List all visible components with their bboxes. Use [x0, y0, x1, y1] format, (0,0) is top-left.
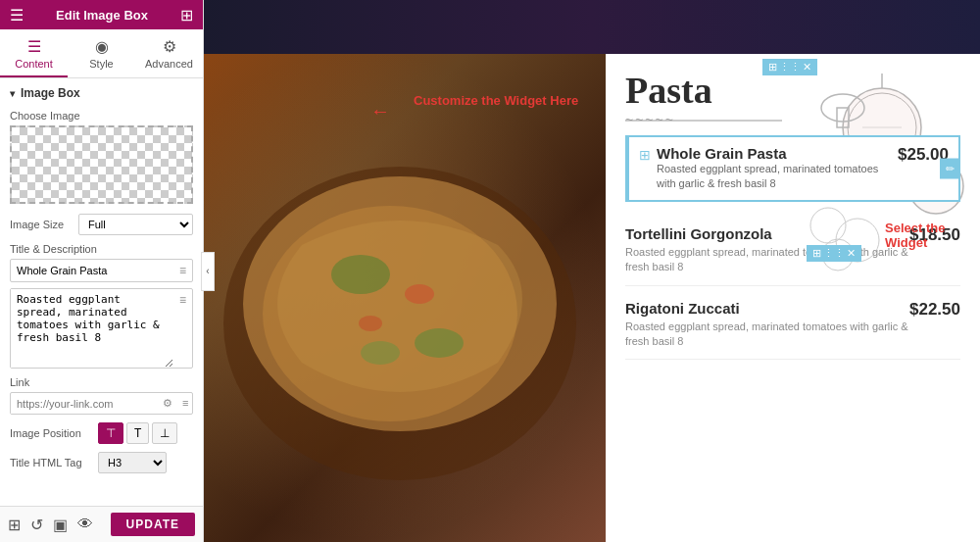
image-position-row: Image Position ⊤ T ⊥: [10, 422, 193, 444]
tab-advanced-label: Advanced: [145, 58, 193, 70]
menu-item-info: Whole Grain Pasta Roasted eggplant sprea…: [657, 145, 898, 192]
title-input-icon[interactable]: ≡: [173, 260, 192, 281]
highlighted-item-name: Whole Grain Pasta: [657, 145, 898, 162]
image-pos-center-button[interactable]: T: [126, 422, 149, 444]
highlighted-item-desc: Roasted eggplant spread, marinated tomat…: [657, 162, 898, 192]
main-canvas-area: Customize the Widget Here → Select the W…: [204, 0, 980, 542]
tab-style[interactable]: ◉ Style: [68, 29, 135, 77]
image-pos-bottom-button[interactable]: ⊥: [152, 422, 177, 444]
choose-image-label: Choose Image: [10, 110, 193, 122]
image-pos-top-button[interactable]: ⊤: [98, 422, 123, 444]
title-input[interactable]: [11, 261, 173, 280]
menu-item-icon: ⊞: [639, 147, 651, 163]
html-tag-row: Title HTML Tag H3 H1 H2 H4 H5 H6: [10, 452, 193, 473]
footer-icons: ⊞ ↺ ▣ 👁: [8, 516, 93, 534]
tab-content-label: Content: [15, 58, 53, 70]
menu-item-rigatoni[interactable]: Rigatoni Zuccati Roasted eggplant spread…: [625, 290, 960, 361]
section-toolbar-icon1[interactable]: ⊞: [768, 61, 777, 74]
panel-title: Edit Image Box: [56, 8, 148, 23]
tabs-bar: ☰ Content ◉ Style ⚙ Advanced: [0, 29, 203, 78]
item-edit-icon[interactable]: ✏: [940, 158, 960, 178]
left-panel: ☰ Edit Image Box ⊞ ☰ Content ◉ Style ⚙ A…: [0, 0, 204, 542]
image-placeholder[interactable]: [10, 125, 193, 204]
description-textarea[interactable]: Roasted eggplant spread, marinated tomat…: [11, 289, 173, 368]
image-size-row: Image Size Full Large Medium Thumbnail: [10, 214, 193, 235]
menu-decorative-line: [625, 120, 782, 122]
image-position-label: Image Position: [10, 427, 98, 439]
title-input-wrapper: ≡: [10, 259, 193, 282]
menu-content-area: Pasta ⊞ Whole Grain Pasta Roasted eggpla…: [606, 49, 980, 542]
grid-icon[interactable]: ⊞: [180, 6, 193, 25]
media-icon[interactable]: ▣: [53, 516, 68, 534]
link-dynamic-icon[interactable]: ≡: [177, 393, 193, 414]
toolbar-move-icon[interactable]: ⊞: [812, 247, 821, 260]
rigatoni-name: Rigatoni Zuccati: [625, 300, 909, 317]
section-toolbar-close[interactable]: ✕: [803, 61, 811, 74]
website-header: [204, 0, 980, 54]
rigatoni-info: Rigatoni Zuccati Roasted eggplant spread…: [625, 300, 909, 350]
image-size-label: Image Size: [10, 219, 78, 230]
section-arrow-icon: ▾: [10, 88, 15, 99]
image-box-section[interactable]: ▾ Image Box: [10, 86, 193, 100]
toolbar-copy-icon[interactable]: ⋮⋮: [823, 247, 845, 260]
update-button[interactable]: UPDATE: [111, 513, 195, 536]
panel-content: ▾ Image Box Choose Image Image Size Full…: [0, 78, 203, 506]
link-settings-icon[interactable]: ⚙: [158, 393, 177, 414]
title-desc-label: Title & Description: [10, 243, 193, 255]
food-image: [204, 49, 606, 542]
rigatoni-price: $22.50: [909, 300, 960, 320]
html-tag-select[interactable]: H3 H1 H2 H4 H5 H6: [98, 452, 167, 473]
section-toolbar-icon2[interactable]: ⋮⋮: [779, 61, 801, 74]
panel-header: ☰ Edit Image Box ⊞: [0, 0, 203, 29]
link-icons: ⚙ ≡: [158, 393, 193, 414]
elementor-element-toolbar: ⊞ ⋮⋮ ✕: [807, 245, 861, 262]
preview-icon[interactable]: 👁: [77, 516, 93, 534]
section-toolbar: ⊞ ⋮⋮ ✕: [762, 59, 817, 75]
food-illustration: [204, 49, 606, 542]
layers-icon[interactable]: ⊞: [8, 516, 21, 534]
history-icon[interactable]: ↺: [30, 516, 43, 534]
tab-style-label: Style: [89, 58, 113, 70]
panel-footer: ⊞ ↺ ▣ 👁 UPDATE: [0, 506, 203, 542]
section-title: Image Box: [21, 86, 80, 100]
link-input[interactable]: [11, 394, 158, 414]
desc-input-icon[interactable]: ≡: [173, 289, 192, 311]
svg-point-18: [810, 208, 846, 243]
tab-content[interactable]: ☰ Content: [0, 29, 68, 77]
annotation-customize-arrow: →: [370, 100, 390, 123]
tab-advanced[interactable]: ⚙ Advanced: [135, 29, 203, 77]
toolbar-delete-icon[interactable]: ✕: [847, 247, 856, 260]
annotation-customize-text: Customize the Widget Here: [414, 93, 578, 108]
image-position-buttons: ⊤ T ⊥: [98, 422, 177, 444]
content-tab-icon: ☰: [27, 37, 41, 56]
hamburger-icon[interactable]: ☰: [10, 6, 24, 25]
panel-collapse-toggle[interactable]: ‹: [201, 252, 215, 291]
image-size-select[interactable]: Full Large Medium Thumbnail: [78, 214, 193, 235]
menu-item-left: ⊞ Whole Grain Pasta Roasted eggplant spr…: [639, 145, 898, 192]
html-tag-label: Title HTML Tag: [10, 457, 98, 468]
rigatoni-desc: Roasted eggplant spread, marinated tomat…: [625, 320, 909, 350]
annotation-select-widget-text: Select the Widget: [885, 221, 980, 250]
link-input-wrapper: ⚙ ≡: [10, 392, 193, 415]
advanced-tab-icon: ⚙: [163, 37, 176, 56]
menu-item-highlighted[interactable]: ⊞ Whole Grain Pasta Roasted eggplant spr…: [625, 135, 960, 202]
style-tab-icon: ◉: [95, 37, 109, 56]
link-label: Link: [10, 376, 193, 388]
description-textarea-wrapper: Roasted eggplant spread, marinated tomat…: [10, 288, 193, 369]
